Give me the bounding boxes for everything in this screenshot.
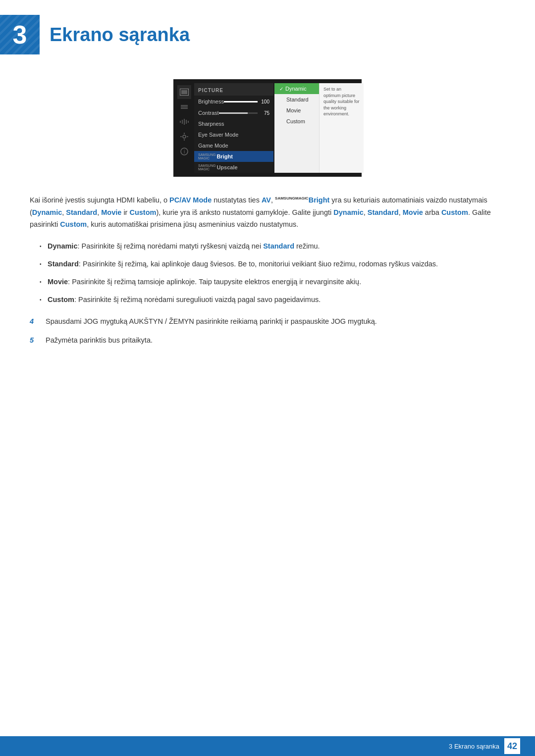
number-5: 5 <box>30 335 38 347</box>
game-mode-item[interactable]: Game Mode <box>194 140 273 151</box>
step-5-text: Pažymėta parinktis bus pritaikyta. <box>46 335 153 347</box>
sidebar-icon-menu1[interactable] <box>177 100 191 114</box>
list-item-custom: Custom: Pasirinkite šį režimą norėdami s… <box>40 294 505 306</box>
dynamic-highlight: Dynamic <box>32 208 62 216</box>
page-header: 3 Ekrano sąranka <box>0 0 535 64</box>
step-4-text: Spausdami JOG mygtuką AUKŠTYN / ŽEMYN pa… <box>46 316 377 328</box>
standard-term: Standard <box>48 260 79 268</box>
sidebar-icon-settings[interactable] <box>177 130 191 144</box>
sharpness-label: Sharpness <box>198 121 224 127</box>
eye-saver-item[interactable]: Eye Saver Mode <box>194 129 273 140</box>
movie-highlight1: Movie <box>101 208 121 216</box>
tooltip-panel: Set to an optimum picture quality suitab… <box>319 83 364 173</box>
movie-highlight2: Movie <box>403 208 423 216</box>
dropdown-standard[interactable]: Standard <box>274 94 319 105</box>
standard-term-inline: Standard <box>263 242 294 250</box>
custom-highlight2: Custom <box>441 208 468 216</box>
chapter-number-box: 3 <box>0 15 40 54</box>
numbered-item-5: 5 Pažymėta parinktis bus pritaikyta. <box>30 335 505 347</box>
sidebar-icons: i <box>177 83 191 173</box>
dynamic-term: Dynamic <box>48 242 77 250</box>
menu-panel: PICTURE Brightness 100 Contrast <box>194 83 273 173</box>
movie-label: Movie <box>279 107 301 113</box>
footer-section-label: 3 Ekrano sąranka <box>449 743 499 750</box>
custom-term: Custom <box>48 296 74 303</box>
number-4: 4 <box>30 316 38 328</box>
eye-saver-label: Eye Saver Mode <box>198 132 238 138</box>
main-content: Kai išorinė įvestis sujungta HDMI kabeli… <box>0 194 535 346</box>
av-highlight: AV <box>262 196 271 204</box>
list-item-movie: Movie: Pasirinkite šį režimą tamsioje ap… <box>40 276 505 288</box>
samsung-magic-upscale-item[interactable]: SAMSUNG MAGIC Upscale <box>194 162 273 173</box>
dropdown-movie[interactable]: Movie <box>274 105 319 116</box>
standard-highlight2: Standard <box>368 208 399 216</box>
check-icon: ✓ <box>279 86 283 92</box>
footer-page-number: 42 <box>504 738 520 754</box>
sidebar-icon-picture[interactable] <box>177 85 191 99</box>
samsung-label-bright-top: SAMSUNG <box>198 153 215 156</box>
pc-av-mode-highlight: PC/AV Mode <box>169 196 212 204</box>
samsung-label-upscale-bottom: MAGIC <box>198 167 215 171</box>
brightness-label: Brightness <box>198 99 224 104</box>
custom-label: Custom <box>279 118 305 124</box>
dropdown-custom[interactable]: Custom <box>274 116 319 127</box>
contrast-item[interactable]: Contrast 75 <box>194 107 273 118</box>
magic-bright-text: Bright <box>216 153 232 159</box>
magic-bright-highlight: Bright <box>309 196 330 204</box>
game-mode-label: Game Mode <box>198 143 228 149</box>
standard-highlight1: Standard <box>66 208 97 216</box>
custom-highlight3: Custom <box>60 220 87 228</box>
bullet-list: Dynamic: Pasirinkite šį režimą norėdami … <box>40 241 505 306</box>
sidebar-icon-sound[interactable] <box>177 115 191 129</box>
menu-header-text: PICTURE <box>198 88 223 93</box>
sharpness-item[interactable]: Sharpness <box>194 118 273 129</box>
sidebar-icon-info[interactable]: i <box>177 145 191 158</box>
samsung-label-bright-bottom: MAGIC <box>198 156 215 160</box>
menu-header: PICTURE <box>194 83 273 96</box>
chapter-title: Ekrano sąranka <box>50 24 190 46</box>
magic-upscale-text: Upscale <box>216 164 237 170</box>
samsung-label-upscale-top: SAMSUNG <box>198 164 215 167</box>
page-footer: 3 Ekrano sąranka 42 <box>0 736 535 756</box>
samsung-magic-bright-item[interactable]: SAMSUNG MAGIC Bright <box>194 151 273 162</box>
contrast-value: 75 <box>260 110 269 116</box>
screenshot-container: i PICTURE Brightness 100 Contr <box>0 79 535 177</box>
intro-paragraph: Kai išorinė įvestis sujungta HDMI kabeli… <box>30 194 505 231</box>
dropdown-panel: ✓ Dynamic Standard Movie Custom <box>274 83 319 173</box>
brightness-item[interactable]: Brightness 100 <box>194 96 273 107</box>
tooltip-text: Set to an optimum picture quality suitab… <box>323 87 360 116</box>
dropdown-dynamic[interactable]: ✓ Dynamic <box>274 83 319 94</box>
movie-term: Movie <box>48 278 68 286</box>
standard-label: Standard <box>279 97 309 102</box>
custom-highlight1: Custom <box>129 208 156 216</box>
svg-point-5 <box>183 135 186 138</box>
svg-text:i: i <box>184 149 185 154</box>
numbered-item-4: 4 Spausdami JOG mygtuką AUKŠTYN / ŽEMYN … <box>30 316 505 328</box>
dynamic-label: Dynamic <box>285 86 307 92</box>
svg-rect-1 <box>181 90 187 94</box>
monitor-ui: i PICTURE Brightness 100 Contr <box>173 79 362 177</box>
list-item-dynamic: Dynamic: Pasirinkite šį režimą norėdami … <box>40 241 505 252</box>
brightness-value: 100 <box>260 99 269 104</box>
dynamic-highlight2: Dynamic <box>333 208 363 216</box>
list-item-standard: Standard: Pasirinkite šį režimą, kai apl… <box>40 258 505 270</box>
chapter-number: 3 <box>13 20 27 50</box>
contrast-label: Contrast <box>198 110 219 116</box>
